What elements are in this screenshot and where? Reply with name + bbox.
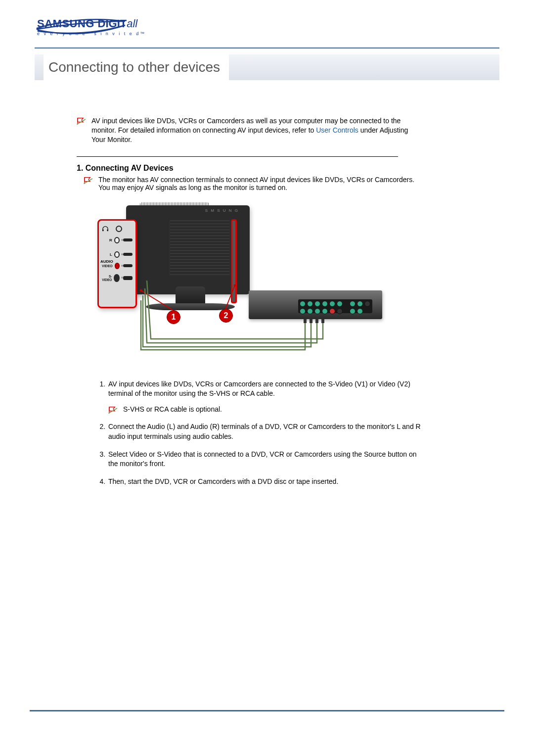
svideo-jack-icon — [114, 274, 120, 282]
steps-list: AV input devices like DVDs, VCRs or Camc… — [88, 379, 423, 487]
svideo-plug-icon — [123, 276, 133, 280]
port-label-svideo: S-VIDEO — [102, 275, 112, 282]
headphone-jack-icon — [116, 226, 122, 232]
video-jack-icon — [115, 263, 120, 269]
connection-diagram: S M S U N G R — [91, 201, 388, 365]
step-4: Then, start the DVD, VCR or Camcorders w… — [107, 477, 423, 487]
flag-icon — [77, 117, 87, 125]
brand-logo: SAMSUNG DIGITall e v e r y o n e ' s i n… — [37, 17, 146, 36]
step-1: AV input devices like DVDs, VCRs or Camc… — [107, 379, 423, 415]
port-label-r: R — [102, 238, 112, 242]
av-port-panel: R AUDIO L VIDEO S-VIDEO — [97, 219, 137, 308]
section-divider — [77, 156, 398, 157]
title-banner: Connecting to other devices — [35, 54, 499, 80]
svg-point-11 — [234, 284, 236, 286]
port-label-l: L — [102, 252, 112, 257]
rca-plug-icon — [123, 238, 133, 241]
rca-plug-icon — [123, 253, 133, 256]
audio-l-jack-icon — [114, 251, 120, 258]
port-label-audio: AUDIO — [100, 259, 113, 264]
svg-rect-13 — [310, 319, 312, 323]
svg-point-9 — [140, 289, 142, 291]
logo-text-samsung: SAMSUNG — [37, 17, 98, 30]
audio-r-jack-icon — [114, 237, 120, 243]
svg-rect-6 — [102, 230, 104, 231]
step-2: Connect the Audio (L) and Audio (R) term… — [107, 422, 423, 441]
top-divider — [35, 47, 499, 48]
intro-note: AV input devices like DVDs, VCRs or Camc… — [77, 116, 423, 144]
svg-line-10 — [225, 285, 235, 309]
optional-note-text: S-VHS or RCA cable is optional. — [123, 405, 222, 415]
svg-rect-14 — [315, 319, 318, 323]
logo-text-digit: DIGIT — [98, 17, 127, 30]
section-description-row: The monitor has AV connection terminals … — [84, 176, 423, 191]
port-label-video: VIDEO — [102, 264, 113, 268]
section-heading: 1. Connecting AV Devices — [77, 164, 423, 173]
page-title: Connecting to other devices — [48, 59, 220, 75]
optional-note: S-VHS or RCA cable is optional. — [108, 405, 423, 415]
headphone-icon — [102, 226, 109, 232]
bottom-divider — [30, 710, 504, 711]
logo-tagline: e v e r y o n e ' s i n v i t e d™ — [37, 31, 146, 36]
logo-text-all: all — [127, 17, 137, 30]
svg-rect-15 — [321, 319, 324, 323]
flag-icon — [108, 406, 118, 414]
rca-plug-icon — [123, 264, 133, 267]
step-3: Select Video or S-Video that is connecte… — [107, 450, 423, 469]
user-controls-link[interactable]: User Controls — [316, 126, 358, 134]
section-description: The monitor has AV connection terminals … — [98, 176, 423, 191]
svg-rect-12 — [304, 319, 307, 323]
flag-icon — [84, 177, 93, 185]
svg-rect-7 — [107, 230, 108, 231]
